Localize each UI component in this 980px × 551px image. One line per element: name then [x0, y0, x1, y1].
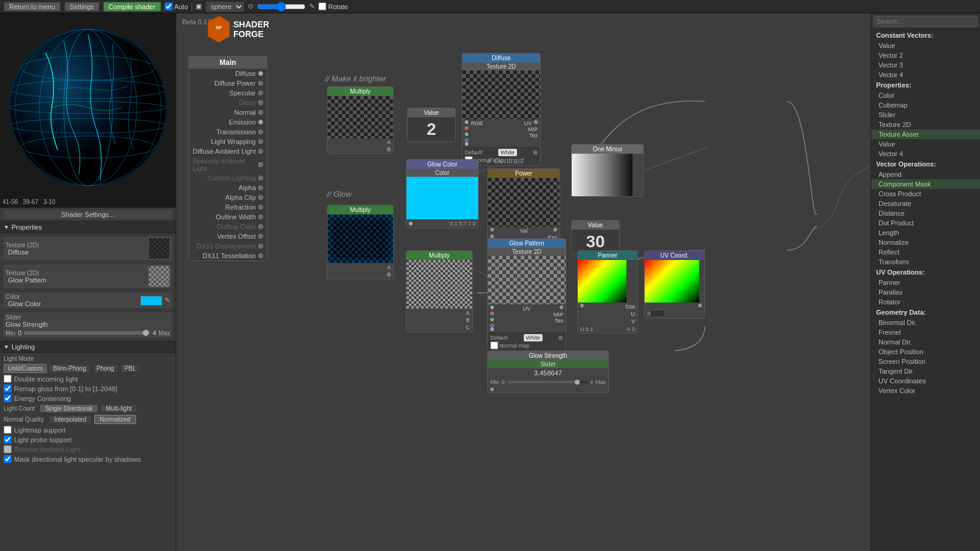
one-minus-node[interactable]: One Minus	[571, 144, 644, 197]
gp-uv[interactable]	[560, 306, 563, 309]
right-item-uv-coordinates[interactable]: UV Coordinates	[871, 376, 980, 386]
right-item-length[interactable]: Length	[871, 228, 980, 238]
gp-normal-map-check[interactable]	[490, 341, 498, 349]
glow-pattern-node[interactable]: Glow Pattern Texture 2D UV MIP Tex	[487, 238, 566, 351]
double-incoming-checkbox[interactable]	[4, 375, 12, 383]
right-item-vector2[interactable]: Vector 2	[871, 50, 980, 60]
diffuse-a-port[interactable]	[465, 142, 468, 146]
panner-uv-in[interactable]	[580, 304, 584, 307]
spec-ambient-port[interactable]	[258, 162, 263, 167]
uv-coord-node[interactable]: UV Coord.	[644, 250, 705, 319]
light-probe-checkbox[interactable]	[4, 436, 12, 443]
outline-w-port[interactable]	[258, 214, 263, 219]
alpha-clip-port[interactable]	[258, 195, 263, 200]
dx11-disp-port[interactable]	[258, 244, 263, 248]
mask-directional-checkbox[interactable]	[4, 455, 12, 463]
right-item-texture2d[interactable]: Texture 2D	[871, 120, 980, 129]
right-search-input[interactable]	[874, 16, 978, 27]
right-item-fresnel[interactable]: Fresnel	[871, 327, 980, 337]
properties-section-header[interactable]: ▼ Properties	[0, 221, 176, 233]
gp-rgb[interactable]	[490, 306, 494, 309]
right-item-vector4-p[interactable]: Vector 4	[871, 149, 980, 159]
settings-button[interactable]: Settings	[64, 2, 100, 12]
right-item-vector3[interactable]: Vector 3	[871, 60, 980, 70]
right-item-transform[interactable]: Transform	[871, 257, 980, 267]
gp-white-btn[interactable]: White	[524, 334, 543, 341]
light-mode-unlit-button[interactable]: Unlit/Custom	[4, 364, 47, 373]
uv-out[interactable]	[698, 304, 702, 307]
specular-port[interactable]	[258, 91, 263, 95]
compile-shader-button[interactable]: Compile shader	[103, 2, 161, 12]
refraction-port[interactable]	[258, 205, 263, 210]
diffuse-uv-port[interactable]	[534, 120, 538, 124]
diffuse-power-port[interactable]	[258, 81, 263, 86]
gs-thumb[interactable]	[575, 380, 580, 385]
right-item-component-mask[interactable]: Component Mask	[871, 179, 980, 189]
rotate-checkbox[interactable]	[318, 2, 326, 10]
normalized-button[interactable]: Normalized	[94, 415, 136, 424]
custom-port[interactable]	[258, 176, 263, 180]
right-item-object-position[interactable]: Object Position	[871, 347, 980, 357]
value2-node[interactable]: Value 30	[571, 220, 620, 255]
sphere-size-slider[interactable]	[257, 2, 306, 12]
edit-icon[interactable]: ✎	[165, 296, 170, 304]
right-item-screen-position[interactable]: Screen Position	[871, 357, 980, 366]
lightmap-checkbox[interactable]	[4, 426, 12, 434]
single-directional-button[interactable]: Single Directional	[39, 404, 98, 413]
light-mode-phong-button[interactable]: Phong	[92, 364, 118, 373]
diff-ambient-port[interactable]	[258, 149, 263, 154]
power-out[interactable]	[553, 228, 557, 231]
value1-node[interactable]: Value 2	[407, 108, 456, 142]
multiply3-node[interactable]: Multiply A B C	[406, 250, 473, 332]
transmission-port[interactable]	[258, 129, 263, 134]
right-item-normal-dir[interactable]: Normal Dir.	[871, 337, 980, 347]
auto-checkbox[interactable]	[165, 2, 173, 10]
right-item-parallax[interactable]: Parallax	[871, 287, 980, 297]
right-item-vertex-color[interactable]: Vertex Color	[871, 386, 980, 395]
gp-g[interactable]	[490, 318, 494, 321]
diffuse-rgb-port[interactable]	[465, 120, 468, 124]
return-to-menu-button[interactable]: Return to menu	[4, 2, 61, 12]
right-item-normalize[interactable]: Normalize	[871, 238, 980, 247]
panner-node[interactable]: Panner Dist U V U 0.1 V 0	[577, 250, 638, 334]
remap-gloss-checkbox[interactable]	[4, 385, 12, 392]
gs-out[interactable]	[490, 388, 494, 391]
energy-conserving-checkbox[interactable]	[4, 394, 12, 402]
multi-light-button[interactable]: Multi-light	[100, 404, 137, 413]
diffuse-r-port[interactable]	[465, 126, 468, 130]
glow-color-node[interactable]: Glow Color Color 0.1 0.7 1 0	[406, 159, 479, 228]
right-item-rotator[interactable]: Rotator	[871, 297, 980, 307]
right-item-cross-product[interactable]: Cross Product	[871, 189, 980, 199]
interpolated-button[interactable]: Interpolated	[49, 415, 92, 424]
gs-track[interactable]	[507, 381, 588, 383]
right-item-cubemap[interactable]: Cubemap	[871, 100, 980, 110]
right-item-texture-asset[interactable]: Texture Asset	[871, 129, 980, 139]
right-item-value[interactable]: Value	[871, 41, 980, 50]
outline-c-port[interactable]	[258, 224, 263, 229]
lighting-section-header[interactable]: ▼ Lighting	[0, 341, 176, 353]
right-item-append[interactable]: Append	[871, 169, 980, 179]
gloss-port[interactable]	[258, 100, 263, 105]
emission-port[interactable]	[258, 120, 263, 125]
power-val-in[interactable]	[490, 228, 494, 231]
diffuse-white-btn[interactable]: White	[498, 149, 517, 156]
normal-port[interactable]	[258, 110, 263, 115]
light-wrap-port[interactable]	[258, 139, 263, 144]
shader-settings-button[interactable]: Shader Settings...	[2, 209, 173, 220]
light-mode-blinn-button[interactable]: Blinn-Phong	[49, 364, 90, 373]
right-item-tangent-dir[interactable]: Tangent Dir.	[871, 366, 980, 376]
multiply1-node[interactable]: Multiply A B	[327, 86, 394, 154]
right-item-reflect[interactable]: Reflect	[871, 247, 980, 257]
dx11-tess-port[interactable]	[258, 253, 263, 258]
uv-coord-input[interactable]	[647, 310, 665, 317]
gp-a[interactable]	[490, 327, 494, 331]
right-item-dot-product[interactable]: Dot Product	[871, 218, 980, 228]
canvas-area[interactable]: Beta 0.17 SF SHADER FORGE	[176, 13, 871, 551]
right-item-panner[interactable]: Panner	[871, 278, 980, 287]
right-item-value-p[interactable]: Value	[871, 139, 980, 149]
slider-thumb[interactable]	[143, 330, 149, 336]
diffuse-tex-node[interactable]: Diffuse Texture 2D RGB UV MIP	[462, 53, 541, 166]
right-item-distance[interactable]: Distance	[871, 208, 980, 218]
color-swatch[interactable]	[140, 296, 162, 306]
slider-track[interactable]	[24, 331, 150, 335]
